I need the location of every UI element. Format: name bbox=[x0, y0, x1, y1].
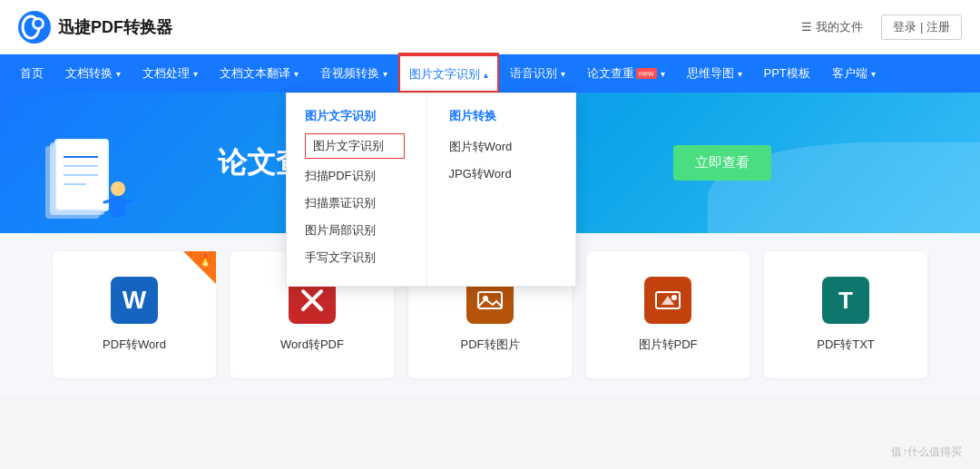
chevron-down-icon: ▾ bbox=[193, 69, 198, 79]
svg-point-20 bbox=[671, 295, 677, 300]
sidebar-item-doc-process[interactable]: 文档处理▾ bbox=[132, 54, 209, 93]
new-badge: new bbox=[636, 68, 657, 79]
card-img-to-pdf[interactable]: 图片转PDF bbox=[586, 251, 750, 378]
login-register-button[interactable]: 登录 | 注册 bbox=[881, 15, 962, 40]
sidebar-item-ppt-template[interactable]: PPT模板 bbox=[753, 54, 821, 93]
card-label-pdf-to-txt: PDF转TXT bbox=[817, 337, 875, 353]
chevron-down-icon: ▾ bbox=[294, 69, 299, 79]
dropdown-col2-title: 图片转换 bbox=[449, 108, 549, 124]
dropdown-col-ocr: 图片文字识别 图片文字识别 扫描PDF识别 扫描票证识别 图片局部识别 手写文字… bbox=[287, 93, 423, 286]
sidebar-item-home[interactable]: 首页 bbox=[9, 54, 54, 93]
card-icon-pdf-to-txt: T bbox=[822, 277, 869, 324]
header: 迅捷PDF转换器 ☰ 我的文件 登录 | 注册 bbox=[0, 0, 980, 54]
dropdown-item-handwrite[interactable]: 手写文字识别 bbox=[305, 244, 405, 271]
svg-line-15 bbox=[125, 200, 132, 202]
dropdown-col-convert: 图片转换 图片转Word JPG转Word bbox=[431, 93, 567, 286]
svg-point-3 bbox=[34, 20, 42, 27]
hero-cta-button[interactable]: 立即查看 bbox=[673, 145, 771, 181]
chevron-down-icon: ▾ bbox=[383, 69, 387, 79]
card-label-pdf-to-word: PDF转Word bbox=[103, 337, 166, 353]
sidebar-item-client[interactable]: 客户端▾ bbox=[821, 54, 887, 93]
dropdown-item-scan-ticket[interactable]: 扫描票证识别 bbox=[305, 190, 405, 217]
chevron-down-icon: ▾ bbox=[661, 69, 665, 79]
dropdown-item-jpg-to-word[interactable]: JPG转Word bbox=[449, 161, 549, 188]
chevron-down-icon: ▾ bbox=[561, 69, 565, 79]
watermark: 值↑什么值得买 bbox=[891, 445, 962, 460]
card-label-word-to-pdf: Word转PDF bbox=[280, 337, 344, 353]
dropdown-col1-title: 图片文字识别 bbox=[305, 108, 405, 124]
svg-line-14 bbox=[104, 200, 111, 202]
chevron-down-icon: ▾ bbox=[871, 69, 876, 79]
svg-point-12 bbox=[111, 181, 125, 196]
nav-item-img-ocr-wrapper: 图片文字识别▴ 图片文字识别 图片文字识别 扫描PDF识别 扫描票证识别 图片局… bbox=[398, 54, 499, 93]
header-right: ☰ 我的文件 登录 | 注册 bbox=[801, 15, 962, 40]
chevron-down-icon: ▾ bbox=[116, 69, 121, 79]
card-label-pdf-to-img: PDF转图片 bbox=[461, 337, 520, 353]
svg-rect-17 bbox=[478, 292, 502, 308]
dropdown-divider bbox=[426, 93, 427, 286]
chevron-down-icon: ▾ bbox=[738, 69, 742, 79]
dropdown-item-img-ocr[interactable]: 图片文字识别 bbox=[305, 133, 405, 159]
fire-icon: 🔥 bbox=[198, 253, 212, 267]
my-files-button[interactable]: ☰ 我的文件 bbox=[801, 19, 863, 35]
dropdown-menu: 图片文字识别 图片文字识别 扫描PDF识别 扫描票证识别 图片局部识别 手写文字… bbox=[286, 93, 576, 287]
sidebar-item-doc-convert[interactable]: 文档转换▾ bbox=[54, 54, 132, 93]
dropdown-item-img-partial[interactable]: 图片局部识别 bbox=[305, 217, 405, 244]
hero-illustration bbox=[36, 121, 145, 233]
sidebar-item-av-convert[interactable]: 音视频转换▾ bbox=[309, 54, 398, 93]
sidebar-item-voice-ocr[interactable]: 语音识别▾ bbox=[499, 54, 576, 93]
logo-text: 迅捷PDF转换器 bbox=[58, 16, 172, 38]
card-pdf-to-txt[interactable]: T PDF转TXT bbox=[764, 251, 927, 378]
file-icon: ☰ bbox=[801, 20, 812, 34]
dropdown-item-img-to-word[interactable]: 图片转Word bbox=[449, 133, 549, 161]
card-icon-img-to-pdf bbox=[644, 277, 691, 324]
sidebar-item-img-ocr[interactable]: 图片文字识别▴ bbox=[398, 54, 499, 93]
sidebar-item-doc-translate[interactable]: 文档文本翻译▾ bbox=[209, 54, 309, 93]
sidebar-item-paper-check[interactable]: 论文查重 new ▾ bbox=[576, 54, 676, 93]
card-label-img-to-pdf: 图片转PDF bbox=[639, 337, 698, 353]
my-files-label: 我的文件 bbox=[816, 19, 863, 35]
card-pdf-to-word[interactable]: 🔥 W PDF转Word bbox=[53, 251, 216, 378]
logo-area: 迅捷PDF转换器 bbox=[18, 11, 801, 44]
chevron-down-icon: ▴ bbox=[484, 70, 488, 80]
nav-bar: 首页 文档转换▾ 文档处理▾ 文档文本翻译▾ 音视频转换▾ 图片文字识别▴ 图片… bbox=[0, 54, 980, 93]
sidebar-item-mind-map[interactable]: 思维导图▾ bbox=[676, 54, 753, 93]
dropdown-item-scan-pdf[interactable]: 扫描PDF识别 bbox=[305, 162, 405, 190]
logo-icon bbox=[18, 11, 51, 44]
svg-rect-13 bbox=[111, 197, 125, 217]
card-icon-pdf-to-word: W bbox=[111, 277, 158, 324]
